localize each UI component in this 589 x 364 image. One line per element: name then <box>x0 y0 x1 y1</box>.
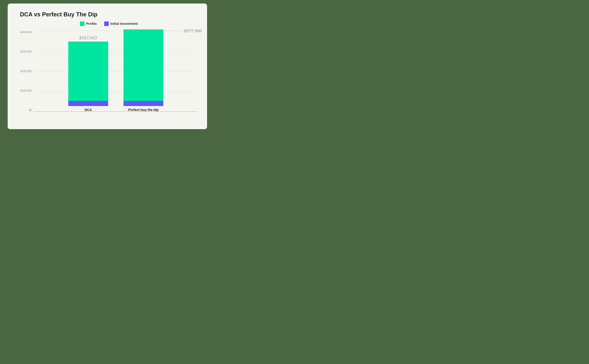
bar-group-dca: $317,422 DCA <box>68 35 108 112</box>
y-label-0: $0 <box>29 109 32 112</box>
investment-swatch <box>104 21 109 26</box>
chart-area: $400,000 $300,000 $200,000 $100,000 $0 $… <box>20 31 198 119</box>
profits-swatch <box>80 21 85 26</box>
btd-bar-label: Perfect buy the dip <box>128 108 159 112</box>
btd-bar-investment <box>123 101 163 106</box>
dca-value-label: $317,422 <box>79 35 97 40</box>
y-label-300k: $300,000 <box>20 50 32 53</box>
legend-item-profits: Profits <box>80 21 97 26</box>
chart-title: DCA vs Perfect Buy The Dip <box>20 11 198 18</box>
y-label-200k: $200,000 <box>20 70 32 73</box>
btd-bar <box>123 29 163 106</box>
y-label-400k: $400,000 <box>20 31 32 34</box>
grid-and-bars: $317,422 DCA $377,390 $377,390 <box>34 31 198 112</box>
chart-container: DCA vs Perfect Buy The Dip Profits Initi… <box>8 4 207 129</box>
bar-group-btd: $377,390 $377,390 Perfect buy the dip <box>123 23 163 112</box>
x-axis-line <box>34 111 198 112</box>
dca-bar <box>68 41 108 106</box>
dca-bar-profits <box>68 41 108 101</box>
btd-annotation: $377,390 <box>184 28 202 33</box>
dca-bar-investment <box>68 101 108 106</box>
y-label-100k: $100,000 <box>20 89 32 92</box>
btd-bar-profits <box>123 29 163 101</box>
bars-wrapper: $317,422 DCA $377,390 $377,390 <box>34 31 198 112</box>
chart-legend: Profits Initial Investment <box>20 21 198 26</box>
y-axis: $400,000 $300,000 $200,000 $100,000 $0 <box>20 31 34 112</box>
dca-bar-label: DCA <box>85 108 92 112</box>
profits-label: Profits <box>86 22 97 26</box>
